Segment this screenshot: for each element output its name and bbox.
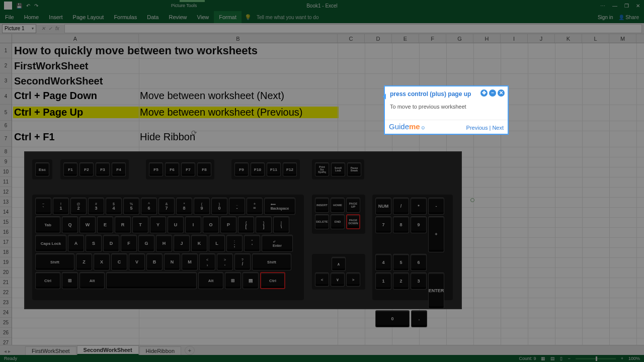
row-header-22[interactable]: 22 — [0, 288, 12, 298]
row-header-2[interactable]: 2 — [0, 58, 12, 73]
col-header-M[interactable]: M — [609, 34, 636, 43]
share-button[interactable]: 👤 Share — [618, 15, 639, 20]
save-icon[interactable]: 💾 — [16, 3, 22, 9]
resize-handle[interactable] — [470, 198, 474, 202]
row-header-23[interactable]: 23 — [0, 298, 12, 308]
tell-me[interactable]: Tell me what you want to do — [257, 15, 318, 20]
row-header-4[interactable]: 4 — [0, 88, 12, 105]
col-header-L[interactable]: L — [582, 34, 609, 43]
tab-review[interactable]: Review — [164, 11, 192, 23]
tooltip-move-icon[interactable]: ✥ — [480, 89, 488, 97]
cell-a1-title: How to quickly move between two workshee… — [14, 44, 258, 57]
sheet-tab-first[interactable]: FirstWorkSheet — [25, 346, 76, 355]
zoom-out-icon[interactable]: − — [568, 356, 570, 361]
zoom-in-icon[interactable]: + — [621, 356, 623, 361]
tooltip-body: To move to previous worksheet — [385, 103, 508, 120]
tab-data[interactable]: Data — [142, 11, 164, 23]
row-header-15[interactable]: 15 — [0, 217, 12, 227]
row-header-19[interactable]: 19 — [0, 257, 12, 267]
row-header-25[interactable]: 25 — [0, 318, 12, 328]
row-header-11[interactable]: 11 — [0, 177, 12, 187]
redo-icon[interactable]: ↷ — [34, 3, 38, 9]
status-bar: Ready Count: 9 ▦ ▤ ▯ − + 100% — [0, 355, 644, 362]
col-header-C[interactable]: C — [338, 34, 365, 43]
row-header-5[interactable]: 5 — [0, 105, 12, 121]
tab-formulas[interactable]: Formulas — [109, 11, 142, 23]
col-header-B[interactable]: B — [139, 34, 338, 43]
fx-icon[interactable]: fx — [55, 26, 59, 31]
key-np-enter: ENTER — [428, 273, 444, 309]
column-headers: ABCDEFGHIJKLM — [0, 34, 644, 43]
col-header-G[interactable]: G — [446, 34, 473, 43]
sign-in-link[interactable]: Sign in — [598, 15, 613, 20]
col-header-I[interactable]: I — [501, 34, 528, 43]
tab-format[interactable]: Format — [214, 11, 242, 23]
row-header-21[interactable]: 21 — [0, 278, 12, 288]
restore-icon[interactable]: ❐ — [624, 3, 629, 9]
picture-selection[interactable]: ⟳ — [12, 88, 376, 323]
select-all-corner[interactable] — [0, 34, 12, 43]
view-page-layout-icon[interactable]: ▤ — [550, 356, 555, 361]
tab-view[interactable]: View — [192, 11, 214, 23]
row-header-18[interactable]: 18 — [0, 247, 12, 257]
row-header-6[interactable]: 6 — [0, 121, 12, 131]
undo-icon[interactable]: ↶ — [26, 3, 30, 9]
col-header-E[interactable]: E — [392, 34, 419, 43]
picture-tools-label: Picture Tools — [171, 3, 197, 8]
tooltip-prev-link[interactable]: Previous — [466, 125, 488, 131]
tooltip-next-link[interactable]: Next — [492, 125, 504, 131]
view-normal-icon[interactable]: ▦ — [541, 356, 545, 361]
row-header-14[interactable]: 14 — [0, 207, 12, 217]
row-header-12[interactable]: 12 — [0, 187, 12, 197]
ribbon-options-icon[interactable]: ⋯ — [600, 3, 605, 9]
tab-insert[interactable]: Insert — [44, 11, 68, 23]
tab-home[interactable]: Home — [19, 11, 44, 23]
row-header-20[interactable]: 20 — [0, 267, 12, 278]
tooltip-close-icon[interactable]: ✕ — [498, 89, 505, 97]
row-header-26[interactable]: 26 — [0, 328, 12, 338]
key-np-*: * — [411, 198, 427, 215]
row-header-1[interactable]: 1 — [0, 43, 12, 58]
minimize-icon[interactable]: — — [612, 3, 617, 9]
row-header-3[interactable]: 3 — [0, 73, 12, 88]
formula-input[interactable] — [64, 24, 642, 33]
status-count: Count: 9 — [519, 356, 536, 361]
tab-file[interactable]: File — [0, 11, 19, 23]
sheet-tabs: ◂ ▸ FirstWorkSheet SecondWorkSheet HideR… — [0, 345, 644, 355]
col-header-A[interactable]: A — [12, 34, 139, 43]
row-header-16[interactable]: 16 — [0, 227, 12, 237]
picture-tools-strip — [180, 0, 205, 2]
enter-formula-icon[interactable]: ✓ — [48, 26, 52, 31]
sheet-nav-arrows[interactable]: ◂ ▸ — [4, 348, 11, 354]
sheet-tab-hideribbon[interactable]: HideRibbon — [139, 346, 181, 355]
worksheet-grid[interactable]: ABCDEFGHIJKLM 12345678910111213141516171… — [0, 34, 644, 345]
row-header-13[interactable]: 13 — [0, 197, 12, 207]
row-header-10[interactable]: 10 — [0, 167, 12, 177]
row-header-24[interactable]: 24 — [0, 308, 12, 318]
col-header-D[interactable]: D — [365, 34, 392, 43]
zoom-slider[interactable] — [576, 358, 616, 359]
view-page-break-icon[interactable]: ▯ — [560, 356, 562, 361]
rotate-handle-icon[interactable]: ⟳ — [191, 129, 197, 137]
sheet-tab-second[interactable]: SecondWorkSheet — [77, 345, 139, 355]
row-header-7[interactable]: 7 — [0, 131, 12, 147]
row-header-8[interactable]: 8 — [0, 147, 12, 157]
tooltip-minimize-icon[interactable]: – — [489, 89, 496, 97]
row-header-9[interactable]: 9 — [0, 157, 12, 167]
key-np-8: 8 — [393, 216, 409, 233]
col-header-J[interactable]: J — [528, 34, 555, 43]
name-box-dropdown-icon[interactable]: ▾ — [32, 26, 34, 31]
new-sheet-button[interactable]: + — [185, 346, 195, 355]
cancel-formula-icon[interactable]: ✕ — [41, 26, 45, 31]
close-icon[interactable]: ✕ — [636, 3, 640, 9]
name-box[interactable]: Picture 1 ▾ — [2, 24, 36, 33]
guideme-tooltip: press control (plus) page up ✥ – ✕ To mo… — [384, 85, 509, 135]
col-header-H[interactable]: H — [473, 34, 501, 43]
tab-page-layout[interactable]: Page Layout — [68, 11, 109, 23]
cells-area[interactable]: How to quickly move between two workshee… — [12, 43, 644, 345]
col-header-F[interactable]: F — [419, 34, 446, 43]
guideme-brand: Guideme ⊙ — [389, 122, 425, 131]
zoom-level[interactable]: 100% — [628, 356, 640, 361]
col-header-K[interactable]: K — [555, 34, 582, 43]
row-header-17[interactable]: 17 — [0, 237, 12, 247]
